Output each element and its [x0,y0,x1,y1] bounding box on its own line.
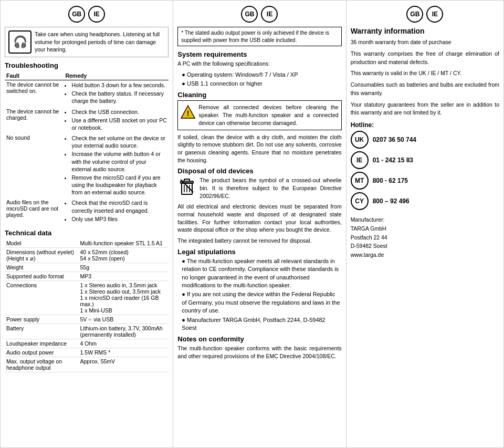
manufacturer-section: Manufacturer: TARGA GmbH Postfach 22 44 … [351,215,499,259]
manufacturer-label: Manufacturer: [351,215,499,224]
system-req-title: System requirements [177,50,341,58]
manufacturer-name: TARGA GmbH [351,224,499,233]
fault-2: No sound [5,133,64,198]
tech-value-5: 5V ⎓ via USB [79,315,169,324]
list-item: The multi-function speaker meets all rel… [182,257,341,290]
table-row: Power supply 5V ⎓ via USB [5,315,169,324]
svg-text:!: ! [187,109,190,118]
left-header-badges: GB IE [5,6,169,23]
manufacturer-address1: Postfach 22 44 [351,233,499,242]
fault-1: The device cannot be charged. [5,107,64,134]
hotline-label: Hotline: [351,121,499,129]
tech-label-5: Power supply [5,315,79,324]
list-item: Hold button 3 down for a few seconds. [71,81,167,89]
warranty-title: Warranty information [351,27,499,35]
hotline-badge-cy: CY [351,192,369,210]
headphone-text: Take care when using headphones. Listeni… [35,30,165,54]
badge-gb-mid: GB [241,6,258,23]
tech-label-0: Model [5,239,79,248]
warranty-para4: Consumables such as batteries and bulbs … [351,81,499,98]
hotline-row-mt: MT 800 - 62 175 [351,172,499,190]
system-req-intro: A PC with the following specifications: [177,60,341,68]
legal-list: The multi-function speaker meets all rel… [177,257,341,332]
tech-table: Model Multi-function speaker STL 1.5 A1 … [5,239,169,372]
table-row: The device cannot be charged. Check the … [5,107,169,134]
tech-value-3: MP3 [79,272,169,280]
hotline-row-uk: UK 0207 36 50 744 [351,131,499,149]
hotline-badge-mt: MT [351,172,369,190]
warranty-para1: 36 month warranty from date of purchase [351,38,499,47]
list-item: Check the battery status. If necessary c… [71,90,167,105]
system-req-list: Operating system: Windows® 7 / Vista / X… [177,71,341,88]
cleaning-body: If soiled, clean the device with a dry c… [177,133,341,164]
troubleshooting-title: Troubleshooting [5,61,169,69]
tech-label-8: Audio output power [5,348,79,357]
list-item: Increase the volume with button 4 or wit… [71,150,167,173]
remedy-2: Check the set volume on the device or yo… [64,133,169,198]
list-item: Use a different USB socket on your PC or… [71,117,167,131]
tech-value-7: 4 Ohm [79,339,169,348]
headphone-icon: 🎧 [8,30,32,54]
table-row: Loudspeaker impedance 4 Ohm [5,339,169,348]
tech-value-6: Lithium-ion battery, 3.7V, 300mAh (perma… [79,324,169,339]
warranty-para3: This warranty is valid in the UK / IE / … [351,69,499,78]
cleaning-title: Cleaning [177,91,341,99]
hotline-number-ie: 01 - 242 15 83 [373,157,413,164]
disposal-section: The product bears the symbol of a crosse… [177,176,341,200]
tech-value-2: 55g [79,263,169,272]
hotline-number-mt: 800 - 62 175 [373,177,408,184]
disposal-body1: The product bears the symbol of a crosse… [200,176,341,200]
badge-gb-left: GB [68,6,85,23]
mid-header-badges: GB IE [177,6,341,23]
table-row: Audio output power 1.5W RMS * [5,348,169,357]
mid-column: GB IE * The stated audio output power is… [173,1,346,447]
warranty-para5: Your statutory guarantees from the selle… [351,101,499,118]
tech-label-7: Loudspeaker impedance [5,339,79,348]
table-row: No sound Check the set volume on the dev… [5,133,169,198]
list-item: Operating system: Windows® 7 / Vista / X… [182,71,341,79]
tech-value-0: Multi-function speaker STL 1.5 A1 [79,239,169,248]
fault-header: Fault [5,71,64,80]
list-item: Only use MP3 files [71,215,167,223]
remedy-3: Check that the microSD card is correctly… [64,198,169,225]
remedy-0: Hold button 3 down for a few seconds. Ch… [64,80,169,107]
tech-label-1: Dimensions (without eyelet) (Height x ⌀) [5,247,79,263]
warning-triangle-icon: ! [181,105,195,120]
badge-gb-right: GB [406,6,423,23]
fault-0: The device cannot be switched on. [5,80,64,107]
table-row: Dimensions (without eyelet) (Height x ⌀)… [5,247,169,263]
tech-label-6: Battery [5,324,79,339]
legal-title: Legal stipulations [177,248,341,256]
badge-ie-mid: IE [261,6,278,23]
tech-value-8: 1.5W RMS * [79,348,169,357]
tech-data-title: Technical data [5,229,169,237]
table-row: Weight 55g [5,263,169,272]
right-column: GB IE Warranty information 36 month warr… [346,1,503,447]
hotline-badge-ie: IE [351,151,369,169]
table-row: Battery Lithium-ion battery, 3.7V, 300mA… [5,324,169,339]
fault-3: Audio files on the microSD card are not … [5,198,64,225]
hotline-badge-uk: UK [351,131,369,149]
list-item: Check that the microSD card is correctly… [71,199,167,214]
list-item: Manufacturer TARGA GmbH, Postfach 2244, … [182,316,341,332]
remedy-1: Check the USB connection. Use a differen… [64,107,169,134]
table-row: Max. output voltage on headphone output … [5,357,169,372]
disposal-body3: The integrated battery cannot be removed… [177,237,341,245]
tech-label-4: Connections [5,280,79,315]
tech-label-3: Supported audio format [5,272,79,280]
hotline-row-ie: IE 01 - 242 15 83 [351,151,499,169]
remedy-header: Remedy [64,71,169,80]
right-header-badges: GB IE [351,6,499,23]
list-item: Check the set volume on the device or yo… [71,134,167,149]
cleaning-warning-box: ! Remove all connected devices before cl… [177,100,341,130]
crossed-bin-icon [177,176,196,196]
hotline-number-uk: 0207 36 50 744 [373,136,416,143]
footnote-box: * The stated audio output power is only … [177,27,341,46]
hotline-number-cy: 800 – 92 496 [373,197,410,205]
tech-value-1: 40 x 52mm (closed) 54 x 52mm (open) [79,247,169,263]
table-row: Audio files on the microSD card are not … [5,198,169,225]
table-row: Connections 1 x Stereo audio in, 3.5mm j… [5,280,169,315]
list-item: If you are not using the device within t… [182,290,341,315]
tech-value-4: 1 x Stereo audio in, 3.5mm jack 1 x Ster… [79,280,169,315]
warranty-para2: This warranty comprises the free of char… [351,50,499,67]
